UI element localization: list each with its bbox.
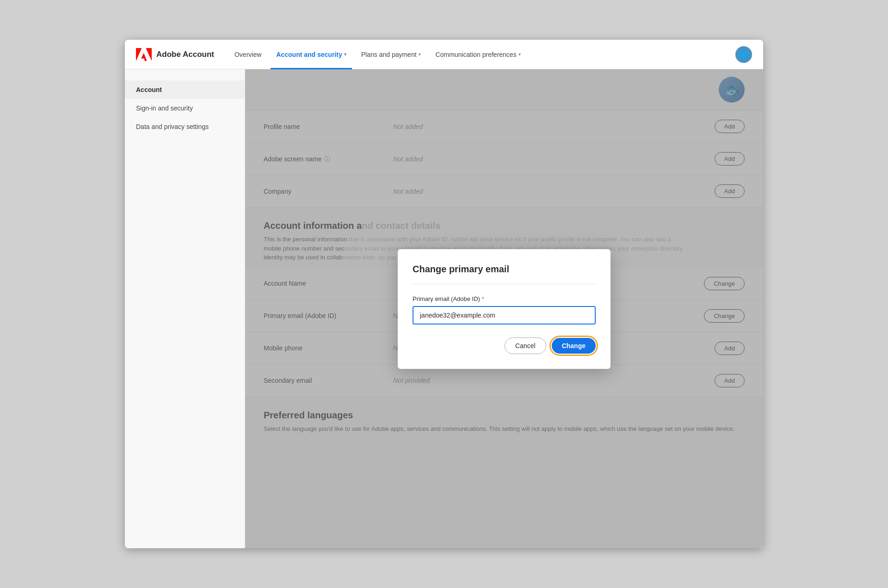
change-button[interactable]: Change (552, 338, 596, 354)
change-primary-email-modal: Change primary email Primary email (Adob… (398, 249, 610, 369)
logo-area[interactable]: Adobe Account (136, 48, 214, 61)
modal-divider (413, 284, 596, 284)
nav-item-overview[interactable]: Overview (229, 40, 267, 69)
modal-title: Change primary email (413, 264, 596, 275)
primary-email-input[interactable] (413, 306, 596, 325)
chevron-down-icon: ▾ (419, 52, 421, 57)
nav-item-account-security[interactable]: Account and security ▾ (271, 40, 352, 69)
chevron-down-icon: ▾ (518, 52, 521, 57)
page-layout: Account Sign-in and security Data and pr… (125, 69, 763, 548)
brand-name: Adobe Account (156, 50, 214, 59)
avatar[interactable]: 🌐 (735, 46, 752, 63)
nav-item-plans[interactable]: Plans and payment ▾ (356, 40, 426, 69)
nav-item-communication[interactable]: Communication preferences ▾ (430, 40, 526, 69)
required-indicator: * (482, 295, 484, 302)
sidebar-item-account[interactable]: Account (125, 80, 245, 99)
main-content: 🐟 Profile name Not added Add (245, 69, 763, 548)
top-nav: Adobe Account Overview Account and secur… (125, 40, 763, 69)
modal-buttons: Cancel Change (413, 337, 596, 354)
chevron-down-icon: ▾ (344, 52, 346, 57)
modal-overlay[interactable]: Change primary email Primary email (Adob… (245, 69, 763, 548)
nav-items: Overview Account and security ▾ Plans an… (229, 40, 721, 69)
sidebar-item-data-privacy[interactable]: Data and privacy settings (125, 117, 245, 136)
sidebar: Account Sign-in and security Data and pr… (125, 69, 245, 548)
modal-field-label: Primary email (Adobe ID) * (413, 295, 596, 302)
cancel-button[interactable]: Cancel (505, 337, 546, 354)
adobe-logo-icon (136, 48, 152, 61)
sidebar-item-sign-in-security[interactable]: Sign-in and security (125, 99, 245, 117)
